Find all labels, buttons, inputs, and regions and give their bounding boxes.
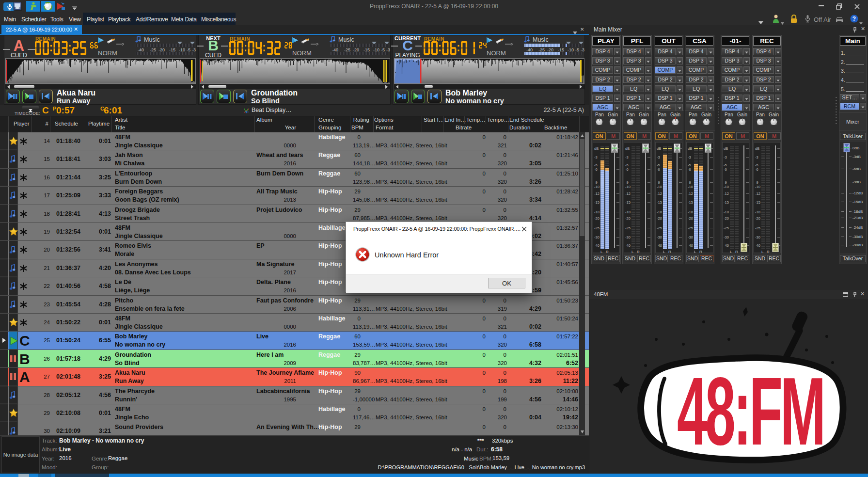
svg-text:?: ? — [852, 16, 856, 22]
svg-text:48:FM: 48:FM — [677, 357, 823, 465]
